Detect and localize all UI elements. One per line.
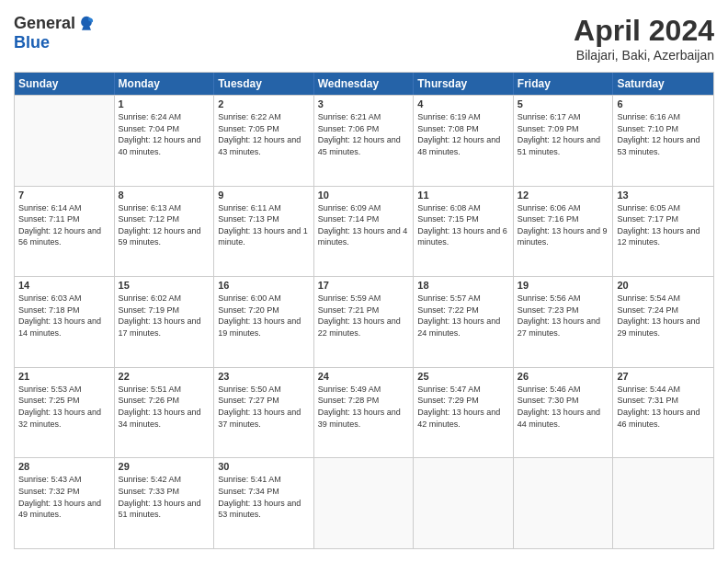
day-info: Sunrise: 6:19 AMSunset: 7:08 PMDaylight:…	[417, 111, 509, 157]
day-number: 27	[617, 371, 710, 382]
day-cell-25: 25Sunrise: 5:47 AMSunset: 7:29 PMDayligh…	[414, 368, 514, 458]
day-info: Sunrise: 5:56 AMSunset: 7:23 PMDaylight:…	[518, 293, 609, 339]
calendar-header: SundayMondayTuesdayWednesdayThursdayFrid…	[15, 73, 713, 95]
day-info: Sunrise: 6:09 AMSunset: 7:14 PMDaylight:…	[318, 202, 410, 248]
day-info: Sunrise: 5:59 AMSunset: 7:21 PMDaylight:…	[318, 293, 410, 339]
month-title: April 2024	[574, 14, 714, 48]
day-number: 30	[218, 461, 310, 472]
day-info: Sunrise: 6:00 AMSunset: 7:20 PMDaylight:…	[218, 293, 310, 339]
week-row-5: 28Sunrise: 5:43 AMSunset: 7:32 PMDayligh…	[15, 457, 713, 548]
day-number: 28	[18, 461, 110, 472]
day-number: 18	[417, 280, 509, 291]
empty-cell	[314, 458, 415, 548]
day-number: 11	[417, 190, 509, 201]
day-info: Sunrise: 6:24 AMSunset: 7:04 PMDaylight:…	[119, 111, 210, 157]
day-info: Sunrise: 5:57 AMSunset: 7:22 PMDaylight:…	[417, 293, 509, 339]
day-cell-15: 15Sunrise: 6:02 AMSunset: 7:19 PMDayligh…	[115, 277, 215, 367]
header-day-friday: Friday	[514, 73, 614, 95]
day-number: 21	[18, 371, 110, 382]
day-cell-30: 30Sunrise: 5:41 AMSunset: 7:34 PMDayligh…	[214, 458, 314, 548]
day-cell-10: 10Sunrise: 6:09 AMSunset: 7:14 PMDayligh…	[314, 187, 415, 277]
logo-bird-icon	[77, 15, 96, 33]
day-info: Sunrise: 6:13 AMSunset: 7:12 PMDaylight:…	[119, 202, 210, 248]
day-number: 17	[318, 280, 410, 291]
day-number: 6	[617, 98, 710, 109]
day-cell-5: 5Sunrise: 6:17 AMSunset: 7:09 PMDaylight…	[514, 96, 614, 186]
day-info: Sunrise: 5:46 AMSunset: 7:30 PMDaylight:…	[518, 384, 609, 430]
day-cell-27: 27Sunrise: 5:44 AMSunset: 7:31 PMDayligh…	[613, 368, 713, 458]
day-number: 12	[518, 190, 609, 201]
week-row-2: 7Sunrise: 6:14 AMSunset: 7:11 PMDaylight…	[15, 186, 713, 277]
day-cell-6: 6Sunrise: 6:16 AMSunset: 7:10 PMDaylight…	[613, 96, 713, 186]
header-day-saturday: Saturday	[613, 73, 713, 95]
week-row-4: 21Sunrise: 5:53 AMSunset: 7:25 PMDayligh…	[15, 367, 713, 458]
day-info: Sunrise: 6:02 AMSunset: 7:19 PMDaylight:…	[119, 293, 210, 339]
day-number: 19	[518, 280, 609, 291]
day-number: 20	[617, 280, 710, 291]
day-info: Sunrise: 6:17 AMSunset: 7:09 PMDaylight:…	[518, 111, 609, 157]
empty-cell	[514, 458, 614, 548]
day-cell-9: 9Sunrise: 6:11 AMSunset: 7:13 PMDaylight…	[214, 187, 314, 277]
day-number: 4	[417, 98, 509, 109]
day-info: Sunrise: 6:06 AMSunset: 7:16 PMDaylight:…	[518, 202, 609, 248]
day-number: 26	[518, 371, 609, 382]
header-day-thursday: Thursday	[414, 73, 514, 95]
title-area: April 2024 Bilajari, Baki, Azerbaijan	[574, 14, 714, 63]
day-cell-14: 14Sunrise: 6:03 AMSunset: 7:18 PMDayligh…	[15, 277, 115, 367]
logo-blue-text: Blue	[14, 33, 50, 52]
day-number: 24	[318, 371, 410, 382]
day-cell-24: 24Sunrise: 5:49 AMSunset: 7:28 PMDayligh…	[314, 368, 415, 458]
day-cell-28: 28Sunrise: 5:43 AMSunset: 7:32 PMDayligh…	[15, 458, 115, 548]
day-info: Sunrise: 5:42 AMSunset: 7:33 PMDaylight:…	[119, 474, 210, 520]
day-cell-7: 7Sunrise: 6:14 AMSunset: 7:11 PMDaylight…	[15, 187, 115, 277]
day-info: Sunrise: 6:14 AMSunset: 7:11 PMDaylight:…	[18, 202, 110, 248]
calendar: SundayMondayTuesdayWednesdayThursdayFrid…	[14, 72, 714, 549]
header: General Blue April 2024 Bilajari, Baki, …	[14, 14, 714, 63]
header-day-tuesday: Tuesday	[214, 73, 314, 95]
day-info: Sunrise: 5:53 AMSunset: 7:25 PMDaylight:…	[18, 384, 110, 430]
header-day-wednesday: Wednesday	[314, 73, 415, 95]
day-cell-1: 1Sunrise: 6:24 AMSunset: 7:04 PMDaylight…	[115, 96, 215, 186]
day-cell-22: 22Sunrise: 5:51 AMSunset: 7:26 PMDayligh…	[115, 368, 215, 458]
logo-general-text: General	[14, 14, 75, 33]
day-cell-16: 16Sunrise: 6:00 AMSunset: 7:20 PMDayligh…	[214, 277, 314, 367]
day-number: 15	[119, 280, 210, 291]
day-number: 25	[417, 371, 509, 382]
header-day-sunday: Sunday	[15, 73, 115, 95]
day-cell-12: 12Sunrise: 6:06 AMSunset: 7:16 PMDayligh…	[514, 187, 614, 277]
empty-cell	[15, 96, 115, 186]
day-info: Sunrise: 6:11 AMSunset: 7:13 PMDaylight:…	[218, 202, 310, 248]
day-number: 14	[18, 280, 110, 291]
calendar-body: 1Sunrise: 6:24 AMSunset: 7:04 PMDaylight…	[15, 95, 713, 548]
day-info: Sunrise: 5:50 AMSunset: 7:27 PMDaylight:…	[218, 384, 310, 430]
day-number: 16	[218, 280, 310, 291]
day-info: Sunrise: 6:03 AMSunset: 7:18 PMDaylight:…	[18, 293, 110, 339]
week-row-3: 14Sunrise: 6:03 AMSunset: 7:18 PMDayligh…	[15, 276, 713, 367]
day-info: Sunrise: 6:05 AMSunset: 7:17 PMDaylight:…	[617, 202, 710, 248]
day-info: Sunrise: 6:21 AMSunset: 7:06 PMDaylight:…	[318, 111, 410, 157]
location: Bilajari, Baki, Azerbaijan	[574, 48, 714, 63]
day-cell-26: 26Sunrise: 5:46 AMSunset: 7:30 PMDayligh…	[514, 368, 614, 458]
day-cell-21: 21Sunrise: 5:53 AMSunset: 7:25 PMDayligh…	[15, 368, 115, 458]
day-info: Sunrise: 5:54 AMSunset: 7:24 PMDaylight:…	[617, 293, 710, 339]
day-number: 9	[218, 190, 310, 201]
day-number: 10	[318, 190, 410, 201]
day-cell-2: 2Sunrise: 6:22 AMSunset: 7:05 PMDaylight…	[214, 96, 314, 186]
day-info: Sunrise: 5:43 AMSunset: 7:32 PMDaylight:…	[18, 474, 110, 520]
day-number: 2	[218, 98, 310, 109]
day-info: Sunrise: 6:08 AMSunset: 7:15 PMDaylight:…	[417, 202, 509, 248]
logo: General Blue	[14, 14, 96, 52]
day-number: 3	[318, 98, 410, 109]
day-number: 1	[119, 98, 210, 109]
day-info: Sunrise: 5:44 AMSunset: 7:31 PMDaylight:…	[617, 384, 710, 430]
day-cell-8: 8Sunrise: 6:13 AMSunset: 7:12 PMDaylight…	[115, 187, 215, 277]
day-info: Sunrise: 6:16 AMSunset: 7:10 PMDaylight:…	[617, 111, 710, 157]
day-number: 23	[218, 371, 310, 382]
day-number: 13	[617, 190, 710, 201]
day-cell-17: 17Sunrise: 5:59 AMSunset: 7:21 PMDayligh…	[314, 277, 415, 367]
day-info: Sunrise: 5:47 AMSunset: 7:29 PMDaylight:…	[417, 384, 509, 430]
day-number: 7	[18, 190, 110, 201]
day-info: Sunrise: 6:22 AMSunset: 7:05 PMDaylight:…	[218, 111, 310, 157]
day-cell-23: 23Sunrise: 5:50 AMSunset: 7:27 PMDayligh…	[214, 368, 314, 458]
day-cell-19: 19Sunrise: 5:56 AMSunset: 7:23 PMDayligh…	[514, 277, 614, 367]
